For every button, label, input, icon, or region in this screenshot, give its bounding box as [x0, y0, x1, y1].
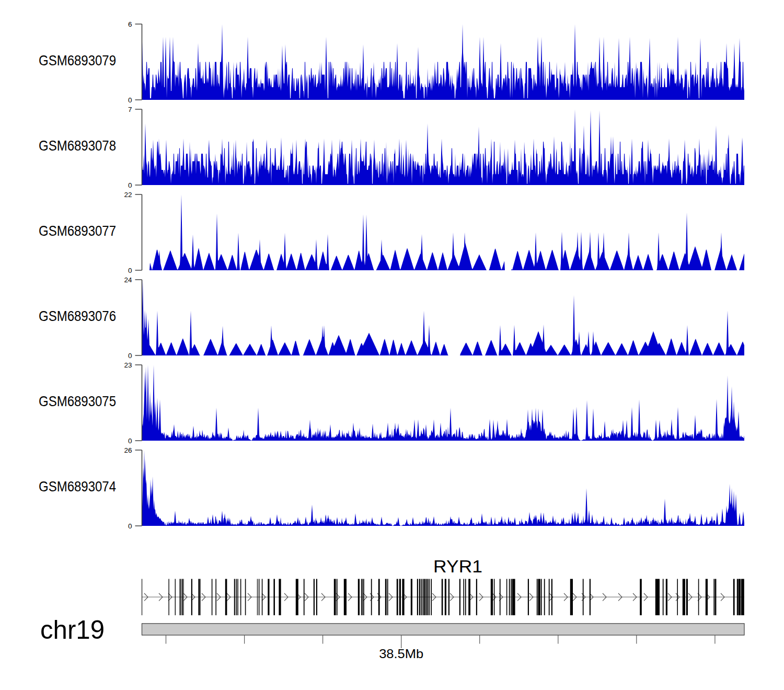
svg-text:0: 0	[128, 267, 132, 274]
svg-text:0: 0	[128, 522, 132, 530]
svg-text:chr19: chr19	[40, 615, 105, 645]
svg-text:6: 6	[128, 20, 132, 28]
svg-text:GSM6893077: GSM6893077	[39, 223, 116, 239]
svg-text:GSM6893079: GSM6893079	[39, 52, 116, 68]
svg-text:RYR1: RYR1	[433, 557, 482, 576]
svg-text:0: 0	[128, 437, 132, 445]
svg-text:26: 26	[124, 446, 132, 454]
svg-text:GSM6893074: GSM6893074	[39, 478, 116, 494]
svg-text:0: 0	[128, 181, 132, 189]
svg-text:7: 7	[128, 106, 132, 113]
svg-text:22: 22	[124, 191, 132, 199]
svg-text:0: 0	[128, 352, 132, 360]
svg-text:38.5Mb: 38.5Mb	[379, 647, 423, 661]
svg-text:GSM6893075: GSM6893075	[39, 393, 116, 409]
svg-text:23: 23	[124, 361, 132, 369]
svg-text:24: 24	[124, 276, 132, 284]
svg-text:GSM6893076: GSM6893076	[39, 308, 116, 324]
svg-text:GSM6893078: GSM6893078	[39, 137, 116, 154]
svg-text:0: 0	[128, 96, 132, 104]
